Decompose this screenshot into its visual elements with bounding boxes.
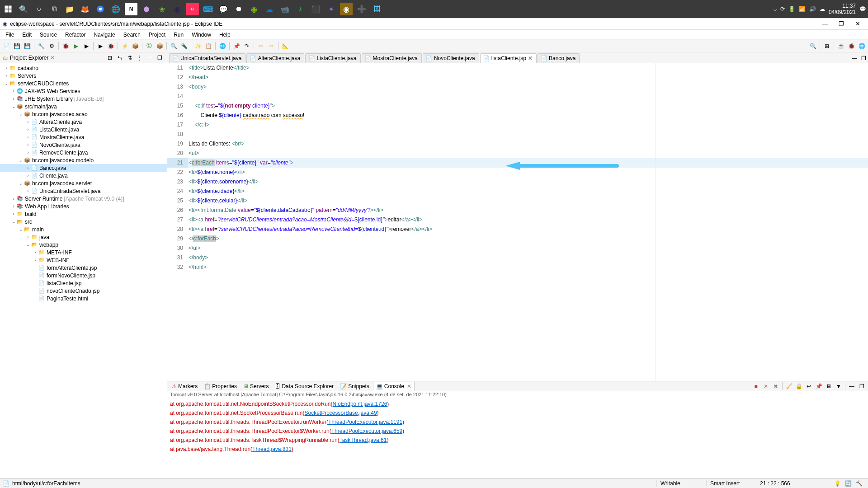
- spotify-icon[interactable]: ♪: [294, 3, 307, 15]
- back-icon[interactable]: ⇦: [256, 42, 265, 51]
- tree-srcjava[interactable]: src/main/java: [25, 103, 57, 110]
- intellij-icon[interactable]: IJ: [186, 3, 199, 15]
- cortana-icon[interactable]: ○: [33, 3, 45, 15]
- eclipse-icon[interactable]: ◉: [340, 3, 353, 15]
- whatsapp-icon[interactable]: 💬: [217, 3, 230, 15]
- tab-close-icon[interactable]: ✕: [528, 55, 533, 61]
- code-line[interactable]: 23<li>${cliente.sobrenome}</li>: [167, 177, 868, 187]
- tab-servers[interactable]: 🖥Servers: [241, 382, 271, 390]
- tree-webinf[interactable]: WEB-INF: [47, 257, 70, 263]
- code-line[interactable]: 29</c:forEach>: [167, 234, 868, 244]
- tree-altera[interactable]: AlteraCliente.java: [39, 119, 82, 125]
- tree-novo[interactable]: NovoCliente.java: [39, 142, 80, 148]
- step-icon[interactable]: ↷: [242, 42, 251, 51]
- edge-icon[interactable]: 🌐: [109, 3, 122, 15]
- editor-min-icon[interactable]: ―: [850, 54, 859, 63]
- wizard-icon[interactable]: ✨: [193, 42, 203, 51]
- maximize-button[interactable]: ❐: [834, 19, 849, 29]
- stacktrace-link[interactable]: ThreadPoolExecutor.java:1191: [328, 419, 402, 425]
- tray-cloud-icon[interactable]: ☁: [820, 6, 825, 12]
- tree-webapplib[interactable]: Web App Libraries: [25, 203, 69, 210]
- editor-max-icon[interactable]: ❐: [859, 54, 868, 63]
- remove-all-icon[interactable]: ✖: [771, 382, 780, 391]
- tab-mostra[interactable]: 📄MostraCliente.java: [362, 53, 422, 63]
- view-menu-icon[interactable]: ⋮: [135, 53, 144, 62]
- tree-src[interactable]: src: [25, 219, 32, 225]
- tree-listajsp[interactable]: listaCliente.jsp: [47, 280, 81, 286]
- vscode-icon[interactable]: ⌨: [202, 3, 214, 15]
- photos-icon[interactable]: 🖼: [371, 3, 383, 15]
- tree-pkgservlet[interactable]: br.com.javacodex.servlet: [32, 180, 92, 187]
- build-icon[interactable]: 📦: [131, 42, 140, 51]
- code-line[interactable]: 12</head>: [167, 73, 868, 82]
- code-line[interactable]: 13<body>: [167, 82, 868, 92]
- zoom-icon[interactable]: 📹: [278, 3, 291, 15]
- tree-servers[interactable]: Servers: [18, 73, 36, 79]
- menu-run[interactable]: Run: [170, 31, 187, 39]
- maximize-view-icon[interactable]: ❐: [155, 53, 164, 62]
- app2-icon[interactable]: ✦: [325, 3, 337, 15]
- tree-metainf[interactable]: META-INF: [47, 249, 72, 256]
- tree-build[interactable]: build: [25, 211, 36, 217]
- tree-pkgacao[interactable]: br.com.javacodex.acao: [32, 111, 88, 117]
- code-line[interactable]: 22<li>${cliente.nome}</li>: [167, 168, 868, 177]
- tab-properties[interactable]: 📋Properties: [201, 382, 240, 390]
- wizard2-icon[interactable]: 📋: [204, 42, 213, 51]
- tree-main[interactable]: main: [32, 226, 44, 233]
- search-icon[interactable]: 🔍: [17, 3, 30, 15]
- tree-novocriado[interactable]: novoClienteCriado.jsp: [47, 288, 99, 294]
- code-line[interactable]: 14: [167, 92, 868, 101]
- menu-search[interactable]: Search: [120, 31, 144, 39]
- stacktrace-link[interactable]: Thread.java:831: [252, 446, 292, 452]
- open-console-icon[interactable]: ▼: [834, 382, 843, 391]
- new-package-icon[interactable]: 📦: [155, 42, 164, 51]
- pin-icon[interactable]: 📌: [232, 42, 241, 51]
- code-line[interactable]: 32</html>: [167, 263, 868, 272]
- eclipse-alt-icon[interactable]: ◉: [171, 3, 184, 15]
- menu-file[interactable]: File: [2, 31, 18, 39]
- tree-runtime[interactable]: Server Runtime: [25, 196, 62, 202]
- minimize-view-icon[interactable]: ―: [145, 53, 154, 62]
- tab-lista[interactable]: 📄ListaCliente.java: [305, 53, 360, 63]
- code-line[interactable]: 24<li>${cliente.idade}</li>: [167, 187, 868, 196]
- tree-formnovo[interactable]: formNovoCliente.jsp: [47, 272, 95, 279]
- tab-dse[interactable]: 🗄Data Source Explorer: [272, 382, 336, 390]
- code-line[interactable]: 31</body>: [167, 253, 868, 263]
- open-perspective-icon[interactable]: ⊞: [822, 42, 831, 51]
- debug-icon[interactable]: 🐞: [61, 42, 70, 51]
- wrap-icon[interactable]: ↩: [804, 382, 813, 391]
- menu-navigate[interactable]: Navigate: [90, 31, 118, 39]
- saveall-icon[interactable]: 💾: [23, 42, 32, 51]
- stacktrace-link[interactable]: NioEndpoint.java:1726: [333, 401, 387, 407]
- app-icon[interactable]: ⬛: [309, 3, 322, 15]
- save-icon[interactable]: 💾: [12, 42, 21, 51]
- tab-markers[interactable]: ⚠Markers: [169, 382, 200, 390]
- tool2-icon[interactable]: ⚙: [47, 42, 56, 51]
- clear-icon[interactable]: 🧹: [784, 382, 793, 391]
- obs-icon[interactable]: ⏺: [232, 3, 245, 15]
- tray-volume-icon[interactable]: 🔊: [809, 6, 816, 12]
- new-icon[interactable]: 📄: [2, 42, 11, 51]
- minimize-button[interactable]: ―: [817, 19, 833, 29]
- menu-window[interactable]: Window: [188, 31, 215, 39]
- tree-formaltera[interactable]: formAlteraCliente.jsp: [47, 265, 97, 271]
- tray-wifi-icon[interactable]: 📶: [799, 6, 806, 12]
- console-tab-close-icon[interactable]: ✕: [407, 383, 411, 389]
- tree-javaf[interactable]: java: [39, 234, 49, 240]
- stacktrace-link[interactable]: ThreadPoolExecutor.java:659: [331, 428, 402, 434]
- project-tree[interactable]: ›📁cadastro ›📁Servers ⌄📂servletCRUDClient…: [0, 63, 167, 478]
- collapse-all-icon[interactable]: ⊟: [105, 53, 114, 62]
- explorer-close-icon[interactable]: ✕: [50, 55, 55, 61]
- menu-refactor[interactable]: Refactor: [61, 31, 89, 39]
- open-type-icon[interactable]: 🔍: [169, 42, 178, 51]
- status-sync-icon[interactable]: 🔄: [844, 479, 853, 488]
- console-min-icon[interactable]: ―: [847, 382, 856, 391]
- tool-icon[interactable]: 🔧: [37, 42, 46, 51]
- code-line[interactable]: 20<ul>: [167, 149, 868, 158]
- scroll-lock-icon[interactable]: 🔒: [794, 382, 803, 391]
- server-debug-icon[interactable]: 🐞: [106, 42, 115, 51]
- code-line[interactable]: 25<li>${cliente.celular}</li>: [167, 196, 868, 206]
- tree-unica[interactable]: UnicaEntradaServlet.java: [39, 188, 100, 194]
- tray-sync-icon[interactable]: ⟳: [780, 6, 785, 12]
- filter-icon[interactable]: ⚗: [125, 53, 134, 62]
